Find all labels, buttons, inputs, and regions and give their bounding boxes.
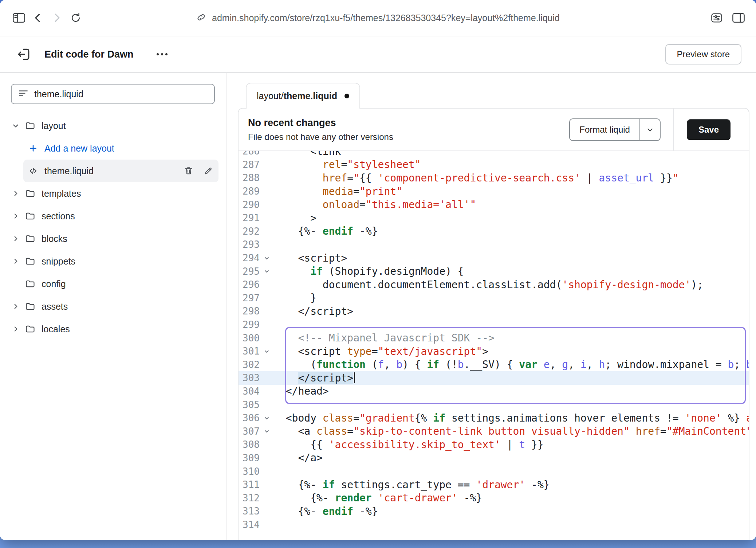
back-icon[interactable] [28, 8, 47, 27]
code-line[interactable]: 296 document.documentElement.classList.a… [239, 278, 749, 291]
code-line[interactable]: 286 <link [239, 151, 749, 158]
trash-icon[interactable] [183, 165, 194, 177]
sidebar-toggle-icon[interactable] [9, 8, 28, 27]
code-line[interactable]: 299 [239, 318, 749, 332]
filter-icon [18, 88, 28, 100]
code-line[interactable]: 307 <a class="skip-to-content-link butto… [239, 424, 749, 438]
code-line[interactable]: 289 media="print" [239, 185, 749, 198]
code-line[interactable]: 288 href="{{ 'component-predictive-searc… [239, 171, 749, 185]
editor-main: layout/theme.liquid No recent changes Fi… [227, 73, 756, 540]
fold-chevron-icon[interactable] [260, 268, 273, 274]
chevron-down-icon[interactable] [639, 119, 660, 140]
line-number: 305 [239, 399, 260, 410]
code-line[interactable]: 311 {%- if settings.cart_type == 'drawer… [239, 478, 749, 492]
chevron-right-icon[interactable] [12, 235, 25, 243]
chevron-right-icon[interactable] [12, 257, 25, 265]
code-line[interactable]: 292 {%- endif -%} [239, 225, 749, 238]
code-line[interactable]: 297 } [239, 291, 749, 305]
sidebar-item-assets[interactable]: assets [7, 295, 218, 318]
search-value: theme.liquid [34, 89, 83, 99]
code-line[interactable]: 294 <script> [239, 251, 749, 265]
plus-icon [28, 144, 39, 153]
more-options-button[interactable] [153, 47, 171, 62]
chevron-right-icon[interactable] [12, 189, 25, 197]
code-line[interactable]: 302 (function (f, b) { if (!b.__SV) { va… [239, 358, 749, 372]
code-text: onload="this.media='all'" [273, 199, 749, 211]
sidebar-item-config[interactable]: config [7, 273, 218, 295]
save-button[interactable]: Save [687, 119, 731, 140]
code-line[interactable]: 290 onload="this.media='all'" [239, 198, 749, 211]
code-file-icon [28, 166, 39, 176]
code-line[interactable]: 298 </script> [239, 305, 749, 318]
line-number: 313 [239, 506, 260, 517]
preview-store-button[interactable]: Preview store [665, 44, 741, 64]
code-text: (function (f, b) { if (!b.__SV) { var e,… [273, 359, 749, 371]
sidebar-item-layout[interactable]: layout [7, 114, 218, 137]
chevron-down-icon[interactable] [12, 122, 25, 130]
sidebar-item-snippets[interactable]: snippets [7, 250, 218, 273]
editor-panel: No recent changes File does not have any… [238, 108, 749, 540]
code-text: document.documentElement.classList.add('… [273, 279, 749, 291]
code-line[interactable]: 293 [239, 238, 749, 251]
code-line[interactable]: 308 {{ 'accessibility.skip_to_text' | t … [239, 438, 749, 451]
code-line[interactable]: 306 <body class="gradient{% if settings.… [239, 411, 749, 425]
forward-icon[interactable] [47, 8, 66, 27]
line-number: 296 [239, 279, 260, 290]
code-line[interactable]: 312 {%- render 'cart-drawer' -%} [239, 491, 749, 505]
pencil-icon[interactable] [202, 165, 214, 177]
unsaved-dot-icon [344, 94, 349, 98]
code-editor[interactable]: 286 <link287 rel="stylesheet"288 href="{… [239, 151, 749, 540]
line-number: 301 [239, 346, 260, 357]
format-liquid-button[interactable]: Format liquid [569, 118, 661, 141]
code-text: href="{{ 'component-predictive-search.cs… [273, 172, 749, 184]
fold-chevron-icon[interactable] [260, 348, 273, 355]
code-line[interactable]: 313 {%- endif -%} [239, 505, 749, 518]
sidebar-item-theme-liquid[interactable]: theme.liquid [23, 160, 218, 182]
reload-icon[interactable] [66, 8, 85, 27]
code-text: {%- if settings.cart_type == 'drawer' -%… [273, 479, 749, 491]
code-line[interactable]: 310 [239, 465, 749, 478]
code-line[interactable]: 295 if (Shopify.designMode) { [239, 265, 749, 278]
status-subtitle: File does not have any other versions [248, 132, 393, 142]
sidebar-item-label: layout [42, 121, 66, 131]
fold-chevron-icon[interactable] [260, 428, 273, 434]
code-line[interactable]: 309 </a> [239, 451, 749, 465]
code-line[interactable]: 314 [239, 518, 749, 532]
exit-button[interactable] [15, 45, 34, 64]
sidebar-item-add-a-new-layout[interactable]: Add a new layout [23, 137, 218, 160]
content-area: theme.liquid layoutAdd a new layouttheme… [0, 73, 756, 540]
chevron-right-icon[interactable] [12, 212, 25, 220]
code-line[interactable]: 305 [239, 398, 749, 411]
panel-right-icon[interactable] [729, 8, 748, 27]
line-number: 311 [239, 479, 260, 490]
folder-icon [25, 211, 36, 221]
sidebar-item-templates[interactable]: templates [7, 182, 218, 205]
browser-toolbar: admin.shopify.com/store/rzq1xu-f5/themes… [0, 0, 756, 36]
code-text: {%- endif -%} [273, 225, 749, 237]
file-search-input[interactable]: theme.liquid [11, 84, 215, 104]
address-bar[interactable]: admin.shopify.com/store/rzq1xu-f5/themes… [196, 0, 560, 36]
chevron-right-icon[interactable] [12, 302, 25, 310]
code-line[interactable]: 300 <!-- Mixpanel Javascript SDK --> [239, 331, 749, 345]
code-text: {%- endif -%} [273, 505, 749, 517]
code-line[interactable]: 301 <script type="text/javascript"> [239, 345, 749, 358]
line-number: 290 [239, 199, 260, 210]
code-line[interactable]: 287 rel="stylesheet" [239, 158, 749, 172]
code-line[interactable]: 291 > [239, 211, 749, 225]
code-line[interactable]: 303 </script> [239, 371, 749, 385]
line-number: 310 [239, 466, 260, 477]
fold-chevron-icon[interactable] [260, 415, 273, 421]
sidebar-item-locales[interactable]: locales [7, 318, 218, 340]
editor-actions: Format liquid Save [569, 109, 749, 150]
folder-icon [25, 301, 36, 312]
extensions-icon[interactable] [707, 8, 726, 27]
fold-chevron-icon[interactable] [260, 255, 273, 261]
sidebar-item-blocks[interactable]: blocks [7, 227, 218, 250]
tab-theme-liquid[interactable]: layout/theme.liquid [246, 83, 360, 109]
sidebar-item-sections[interactable]: sections [7, 205, 218, 227]
chevron-right-icon[interactable] [12, 325, 25, 333]
line-number: 294 [239, 253, 260, 263]
line-number: 286 [239, 151, 260, 157]
code-text: <script> [273, 252, 749, 264]
code-line[interactable]: 304 </head> [239, 385, 749, 398]
